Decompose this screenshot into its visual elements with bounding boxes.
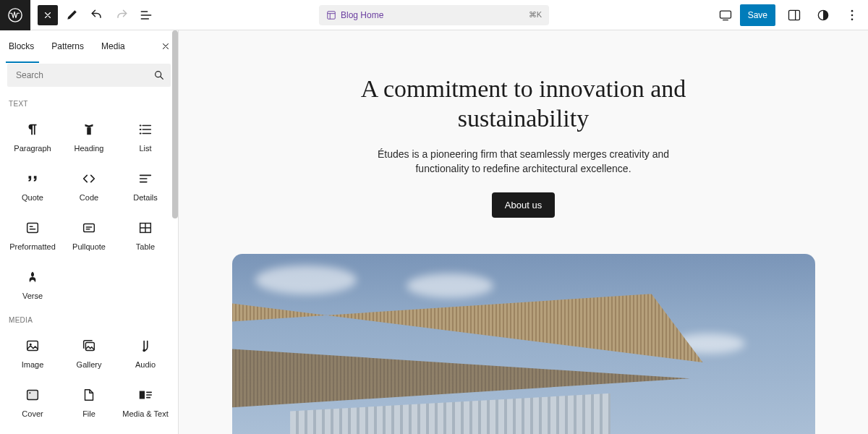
block-label: Heading <box>75 144 104 153</box>
block-image[interactable]: Image <box>4 328 61 378</box>
block-audio[interactable]: Audio <box>117 328 174 378</box>
blocks-grid-media: ImageGalleryAudioCoverFileMedia & Text <box>0 328 178 427</box>
block-label: Quote <box>22 193 43 202</box>
block-label: Cover <box>22 409 43 418</box>
heading-icon <box>80 121 98 138</box>
image-icon <box>24 337 41 354</box>
tools-button[interactable] <box>62 5 82 25</box>
block-label: Pullquote <box>72 242 106 251</box>
document-overview-button[interactable] <box>136 5 156 25</box>
block-paragraph[interactable]: Paragraph <box>4 112 61 161</box>
wordpress-logo[interactable] <box>0 0 30 30</box>
svg-rect-9 <box>27 224 38 233</box>
close-icon[interactable] <box>161 41 171 51</box>
block-inserter-panel: Blocks Patterns Media TEXT ParagraphHead… <box>0 30 179 434</box>
block-code[interactable]: Code <box>61 161 117 210</box>
tab-patterns[interactable]: Patterns <box>43 30 93 62</box>
svg-rect-10 <box>84 224 95 232</box>
save-button[interactable]: Save <box>740 4 775 26</box>
top-toolbar: Blog Home ⌘K Save <box>0 0 868 30</box>
svg-rect-12 <box>27 341 38 351</box>
document-title-chip[interactable]: Blog Home ⌘K <box>319 5 549 25</box>
block-label: Details <box>133 193 158 202</box>
hero-cta-button[interactable]: About us <box>492 192 555 218</box>
view-button[interactable] <box>715 5 736 25</box>
block-list[interactable]: List <box>117 112 174 161</box>
file-icon <box>80 386 98 404</box>
svg-point-15 <box>142 349 145 352</box>
svg-point-5 <box>851 9 854 12</box>
quote-icon <box>24 170 41 187</box>
block-gallery[interactable]: Gallery <box>61 328 117 378</box>
svg-rect-14 <box>85 342 94 350</box>
tab-blocks[interactable]: Blocks <box>0 30 43 62</box>
block-quote[interactable]: Quote <box>4 161 61 210</box>
template-icon <box>326 10 336 20</box>
mediatext-icon <box>137 386 154 404</box>
category-label-media: MEDIA <box>0 309 178 328</box>
block-pullquote[interactable]: Pullquote <box>61 210 117 260</box>
hero-image[interactable] <box>232 254 815 434</box>
list-icon <box>137 121 154 138</box>
block-label: File <box>82 409 95 418</box>
block-label: Code <box>80 193 98 202</box>
inserter-tabs: Blocks Patterns Media <box>0 30 178 62</box>
block-label: Preformatted <box>9 242 56 251</box>
settings-sidebar-button[interactable] <box>784 5 804 25</box>
block-label: Table <box>136 242 155 251</box>
block-table[interactable]: Table <box>117 210 174 260</box>
code-icon <box>80 170 98 187</box>
redo-button[interactable] <box>111 5 132 25</box>
paragraph-icon <box>24 121 41 138</box>
category-label-text: TEXT <box>0 93 178 112</box>
block-label: Gallery <box>77 360 102 369</box>
styles-button[interactable] <box>813 5 833 25</box>
tab-media[interactable]: Media <box>93 30 134 62</box>
audio-icon <box>137 337 154 354</box>
block-details[interactable]: Details <box>117 161 174 210</box>
undo-button[interactable] <box>87 5 107 25</box>
hero-heading[interactable]: A commitment to innovation and sustainab… <box>299 74 748 134</box>
verse-icon <box>24 268 41 286</box>
block-heading[interactable]: Heading <box>61 112 117 161</box>
svg-rect-17 <box>27 391 38 400</box>
block-label: List <box>139 144 151 153</box>
svg-rect-2 <box>720 11 731 18</box>
svg-point-7 <box>851 18 854 20</box>
preformatted-icon <box>24 219 41 237</box>
svg-rect-3 <box>789 10 800 20</box>
pullquote-icon <box>80 219 98 237</box>
search-input[interactable] <box>7 64 171 87</box>
block-label: Paragraph <box>14 144 51 153</box>
close-inserter-button[interactable] <box>38 5 58 25</box>
cover-icon <box>24 386 41 404</box>
block-file[interactable]: File <box>61 378 117 427</box>
block-label: Audio <box>135 360 156 369</box>
block-mediatext[interactable]: Media & Text <box>117 378 174 427</box>
hero-subtitle[interactable]: Études is a pioneering firm that seamles… <box>365 147 683 176</box>
blocks-grid-text: ParagraphHeadingListQuoteCodeDetailsPref… <box>0 112 178 309</box>
block-cover[interactable]: Cover <box>4 378 61 427</box>
svg-point-8 <box>156 72 161 77</box>
document-title: Blog Home <box>341 10 383 20</box>
block-verse[interactable]: Verse <box>4 260 61 309</box>
options-button[interactable] <box>842 5 862 25</box>
block-label: Verse <box>22 292 43 300</box>
table-icon <box>137 219 154 237</box>
details-icon <box>137 170 154 187</box>
block-label: Image <box>22 360 44 369</box>
block-label: Media & Text <box>122 409 168 418</box>
block-preformatted[interactable]: Preformatted <box>4 210 61 260</box>
svg-point-6 <box>851 14 854 16</box>
gallery-icon <box>80 337 98 354</box>
svg-rect-18 <box>140 391 145 399</box>
svg-rect-1 <box>328 11 336 19</box>
search-icon <box>153 69 165 81</box>
editor-canvas[interactable]: A commitment to innovation and sustainab… <box>179 30 868 434</box>
command-shortcut: ⌘K <box>529 10 542 20</box>
